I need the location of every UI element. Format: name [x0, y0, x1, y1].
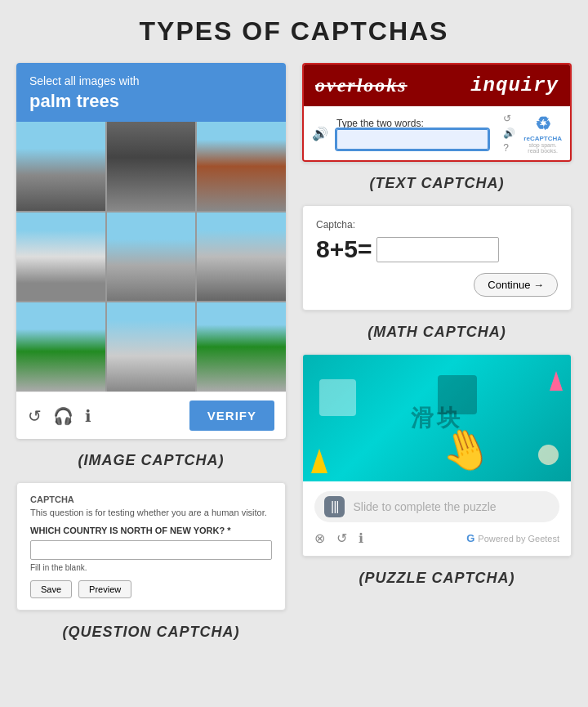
text-captcha-label: (TEXT CAPTCHA) [302, 175, 572, 192]
question-captcha-buttons: Save Preview [30, 580, 272, 598]
text-captcha-input[interactable] [336, 129, 488, 150]
puzzle-decoration-3 [538, 445, 559, 465]
math-captcha-input[interactable] [376, 237, 499, 262]
image-cell-2[interactable] [107, 122, 196, 211]
math-captcha-continue-row: Continue → [316, 273, 558, 297]
math-equation-text: 8+5= [316, 235, 372, 263]
puzzle-captcha-label: (PUZZLE CAPTCHA) [302, 570, 572, 587]
text-captcha-word2: inquiry [470, 74, 559, 96]
image-cell-7[interactable] [16, 302, 105, 392]
audio-small-icon[interactable]: 🔊 [503, 128, 515, 139]
preview-button[interactable]: Preview [78, 580, 131, 598]
refresh-small-icon[interactable]: ↺ [503, 113, 515, 124]
math-captcha-label: Captcha: [316, 219, 558, 230]
right-column: overlooks inquiry 🔊 Type the two words: … [302, 63, 572, 641]
refresh-icon[interactable]: ↺ [336, 530, 347, 546]
image-cell-5[interactable] [107, 213, 196, 302]
audio-hint-icon: 🔊 [312, 126, 328, 141]
question-captcha-question: WHICH COUNTRY IS NORTH OF NEW YORK? * [30, 526, 272, 535]
image-captcha-box: Select all images with palm trees ↺ 🎧 ℹ … [16, 63, 286, 439]
puzzle-slot [438, 375, 477, 414]
math-captcha-box: Captcha: 8+5= Continue → [302, 205, 572, 311]
text-captcha-box: overlooks inquiry 🔊 Type the two words: … [302, 63, 572, 162]
geetest-brand: G Powered by Geetest [466, 532, 559, 544]
recaptcha-subtext: stop spam.read books. [528, 142, 558, 154]
verify-button[interactable]: VERIFY [189, 400, 274, 431]
geetest-label: Powered by Geetest [478, 534, 559, 544]
question-captcha-title: CAPTCHA [30, 494, 272, 504]
slider-text: Slide to complete the puzzle [353, 500, 496, 513]
question-captcha-description: This question is for testing whether you… [30, 508, 272, 517]
refresh-icon[interactable]: ↺ [28, 406, 42, 426]
left-column: Select all images with palm trees ↺ 🎧 ℹ … [16, 63, 286, 641]
help-small-icon[interactable]: ? [503, 142, 515, 154]
image-grid [16, 122, 286, 392]
image-cell-1[interactable] [16, 122, 105, 211]
image-captcha-toolbar: ↺ 🎧 ℹ VERIFY [16, 392, 286, 439]
text-captcha-input-label: Type the two words: [336, 118, 495, 129]
image-captcha-header: Select all images with palm trees [16, 63, 286, 122]
puzzle-slider-row[interactable]: ||| Slide to complete the puzzle [314, 491, 559, 522]
question-captcha-label: (QUESTION CAPTCHA) [16, 624, 286, 641]
continue-button[interactable]: Continue → [474, 273, 558, 297]
image-cell-4[interactable] [16, 213, 105, 302]
question-captcha-hint: Fill in the blank. [30, 563, 272, 572]
audio-icon[interactable]: 🎧 [53, 406, 74, 426]
image-cell-8[interactable] [107, 302, 196, 392]
math-captcha-equation: 8+5= [316, 235, 558, 263]
text-captcha-side-icons: ↺ 🔊 ? [503, 113, 515, 154]
math-captcha-label-display: (MATH CAPTCHA) [302, 324, 572, 341]
text-captcha-words: overlooks inquiry [304, 65, 570, 106]
text-captcha-word1: overlooks [315, 74, 408, 96]
puzzle-decoration-1 [311, 449, 327, 473]
puzzle-slider-area: ||| Slide to complete the puzzle ⊗ ↺ ℹ G… [303, 481, 571, 556]
image-captcha-select-text: Select all images with [29, 74, 273, 87]
puzzle-piece [319, 379, 356, 416]
recaptcha-text: reCAPTCHA [523, 135, 562, 142]
recaptcha-logo: ♻ reCAPTCHA stop spam.read books. [523, 114, 562, 154]
recaptcha-icon: ♻ [535, 114, 551, 135]
image-cell-3[interactable] [197, 122, 286, 211]
text-captcha-input-row: 🔊 Type the two words: ↺ 🔊 ? ♻ reCAPTCHA … [304, 106, 570, 160]
info-icon[interactable]: ℹ [85, 406, 91, 426]
main-layout: Select all images with palm trees ↺ 🎧 ℹ … [16, 63, 572, 641]
puzzle-captcha-box: 滑块 🤚 ||| Slide to complete the puzzle ⊗ … [302, 354, 572, 557]
puzzle-captcha-image: 滑块 🤚 [303, 355, 571, 481]
info-icon[interactable]: ℹ [359, 530, 363, 546]
image-captcha-subject: palm trees [29, 91, 273, 112]
geetest-g-icon: G [466, 532, 474, 544]
slider-handle[interactable]: ||| [324, 496, 345, 517]
question-captcha-input[interactable] [30, 540, 272, 560]
puzzle-footer: ⊗ ↺ ℹ G Powered by Geetest [314, 530, 559, 546]
close-icon[interactable]: ⊗ [314, 530, 325, 546]
page-title: TYPES OF CAPTCHAS [16, 16, 572, 47]
save-button[interactable]: Save [30, 580, 72, 598]
question-captcha-box: CAPTCHA This question is for testing whe… [16, 482, 286, 611]
image-cell-6[interactable] [197, 213, 286, 302]
image-captcha-label: (IMAGE CAPTCHA) [16, 452, 286, 469]
image-cell-9[interactable] [197, 302, 286, 392]
puzzle-decoration-2 [550, 371, 563, 391]
